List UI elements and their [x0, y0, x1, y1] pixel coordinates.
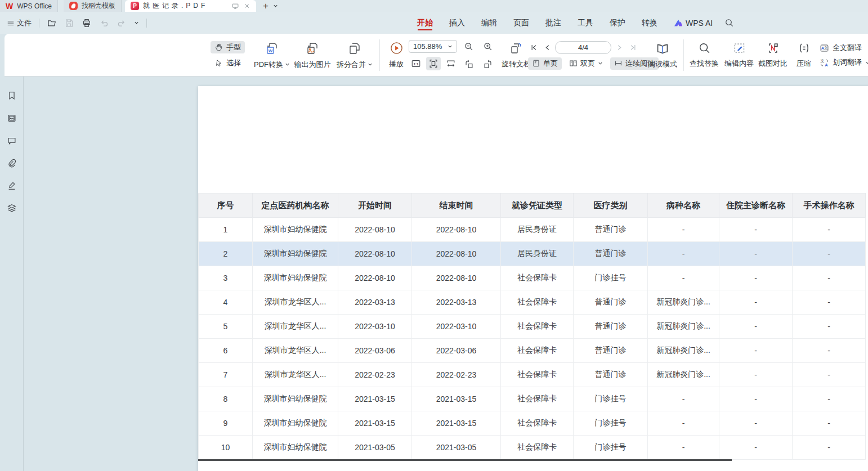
- select-tool-button[interactable]: 选择: [211, 57, 245, 69]
- table-cell: -: [648, 436, 719, 460]
- window-tab-strip: W WPS Office 找稻壳模板 P 就医记录.PDF +: [0, 0, 868, 12]
- menu-tab-3[interactable]: 页面: [513, 12, 529, 34]
- header-cell: 开始时间: [338, 194, 412, 218]
- table-cell: 2022-03-10: [412, 315, 501, 339]
- table-cell: 深圳市龙华区人...: [253, 339, 338, 363]
- table-cell: -: [648, 411, 719, 436]
- wps-ai-logo-icon: [674, 19, 683, 27]
- comments-panel-button[interactable]: [0, 129, 23, 152]
- table-cell: 普通门诊: [574, 218, 648, 242]
- new-tab-button[interactable]: +: [263, 1, 269, 11]
- table-cell: 新冠肺炎门诊...: [648, 339, 719, 363]
- file-menu-button[interactable]: 文件: [7, 18, 32, 28]
- thumbnails-panel-button[interactable]: [0, 107, 23, 129]
- paperclip-icon: [7, 158, 17, 168]
- table-cell: 2022-03-06: [338, 339, 412, 363]
- table-cell: -: [793, 242, 866, 266]
- header-cell: 就诊凭证类型: [501, 194, 574, 218]
- table-cell: 普通门诊: [574, 315, 648, 339]
- fit-page-button[interactable]: [426, 57, 441, 70]
- signature-panel-button[interactable]: [0, 174, 23, 197]
- table-cell: -: [648, 242, 719, 266]
- hand-tool-button[interactable]: 手型: [211, 41, 245, 53]
- divider: [39, 19, 39, 28]
- wps-ai-label: WPS AI: [686, 19, 713, 28]
- next-page-button[interactable]: [614, 42, 625, 53]
- table-cell: 2021-03-15: [338, 387, 412, 411]
- menu-tab-0[interactable]: 开始: [417, 12, 433, 34]
- quickbar-chevron-icon[interactable]: [134, 20, 139, 25]
- edit-content-button[interactable]: 编辑内容: [722, 34, 757, 77]
- compress-button[interactable]: 压缩: [791, 34, 816, 77]
- double-page-button[interactable]: 双页: [565, 57, 607, 70]
- undo-icon[interactable]: [99, 18, 109, 28]
- zoom-out-button[interactable]: [462, 40, 476, 53]
- chevron-down-icon: [368, 62, 373, 67]
- play-button[interactable]: 播放: [384, 34, 409, 77]
- select-tool-label: 选择: [226, 58, 241, 68]
- word-translate-button[interactable]: 文A 划词翻译: [820, 57, 868, 68]
- table-cell: 2021-03-15: [338, 411, 412, 436]
- open-file-icon[interactable]: [47, 18, 57, 28]
- menu-tab-2[interactable]: 编辑: [481, 12, 497, 34]
- previous-page-button[interactable]: [542, 42, 553, 53]
- fit-width-button[interactable]: [444, 57, 458, 70]
- page-number-input[interactable]: 4/4: [555, 41, 611, 54]
- table-cell: 2021-03-15: [412, 387, 501, 411]
- table-cell: 门诊挂号: [574, 387, 648, 411]
- hand-tool-label: 手型: [226, 42, 241, 52]
- last-page-button[interactable]: [627, 42, 638, 53]
- tab-docer-templates[interactable]: 找稻壳模板: [64, 0, 122, 12]
- table-row: 6深圳市龙华区人...2022-03-062022-03-06社会保障卡普通门诊…: [199, 339, 866, 363]
- split-merge-icon: [347, 41, 362, 56]
- table-row: 3深圳市妇幼保健院2022-08-102022-08-10社会保障卡门诊挂号--…: [199, 266, 866, 290]
- print-icon[interactable]: [82, 18, 92, 28]
- layers-panel-button[interactable]: [0, 197, 23, 219]
- table-cell: 2022-02-23: [338, 363, 412, 387]
- menu-tab-1[interactable]: 插入: [449, 12, 465, 34]
- single-page-button[interactable]: 单页: [528, 57, 562, 70]
- tab-list-chevron-icon[interactable]: [273, 3, 278, 8]
- save-icon[interactable]: [64, 18, 74, 28]
- pdf-convert-button[interactable]: W PDF转换: [251, 34, 293, 77]
- find-replace-button[interactable]: 查找替换: [687, 34, 722, 77]
- zoom-select[interactable]: 105.88%: [409, 40, 457, 53]
- table-cell: 9: [199, 411, 253, 436]
- full-translate-icon: A文: [820, 43, 829, 53]
- rotate-left-button[interactable]: [462, 57, 476, 71]
- full-translate-button[interactable]: A文 全文翻译: [820, 43, 868, 53]
- table-cell: 深圳市龙华区人...: [253, 290, 338, 315]
- table-cell: 普通门诊: [574, 363, 648, 387]
- table-cell: -: [793, 266, 866, 290]
- menu-tab-6[interactable]: 保护: [610, 12, 625, 34]
- read-mode-button[interactable]: 阅读模式: [646, 34, 679, 77]
- tab-monitor-icon[interactable]: [231, 2, 239, 10]
- screenshot-compare-button[interactable]: 截图对比: [755, 34, 790, 77]
- table-cell: 社会保障卡: [501, 315, 574, 339]
- ribbon-search-icon[interactable]: [724, 18, 734, 28]
- table-cell: 社会保障卡: [501, 387, 574, 411]
- menu-tab-5[interactable]: 工具: [578, 12, 593, 34]
- pdf-convert-label: PDF转换: [254, 60, 283, 70]
- tab-wps-office[interactable]: W WPS Office: [0, 0, 58, 12]
- menu-tab-7[interactable]: 转换: [642, 12, 657, 34]
- menu-tab-4[interactable]: 批注: [545, 12, 561, 34]
- tab-close-icon[interactable]: [243, 2, 250, 10]
- first-page-button[interactable]: [528, 42, 539, 53]
- bookmarks-panel-button[interactable]: [0, 84, 23, 107]
- play-icon: [390, 41, 404, 55]
- split-merge-button[interactable]: 拆分合并: [333, 34, 376, 77]
- rotate-right-button[interactable]: [481, 57, 495, 71]
- tab-document-pdf[interactable]: P 就医记录.PDF: [125, 0, 256, 12]
- export-image-button[interactable]: 输出为图片: [290, 34, 334, 77]
- table-cell: 社会保障卡: [501, 436, 574, 460]
- wps-ai-button[interactable]: WPS AI: [674, 19, 713, 28]
- table-cell: -: [648, 218, 719, 242]
- chevron-down-icon: [285, 62, 290, 67]
- actual-size-button[interactable]: 1:1: [409, 57, 423, 70]
- screenshot-compare-label: 截图对比: [758, 59, 788, 69]
- attachments-panel-button[interactable]: [0, 152, 23, 174]
- zoom-in-button[interactable]: [481, 40, 495, 53]
- redo-icon[interactable]: [117, 18, 127, 28]
- table-cell: -: [648, 387, 719, 411]
